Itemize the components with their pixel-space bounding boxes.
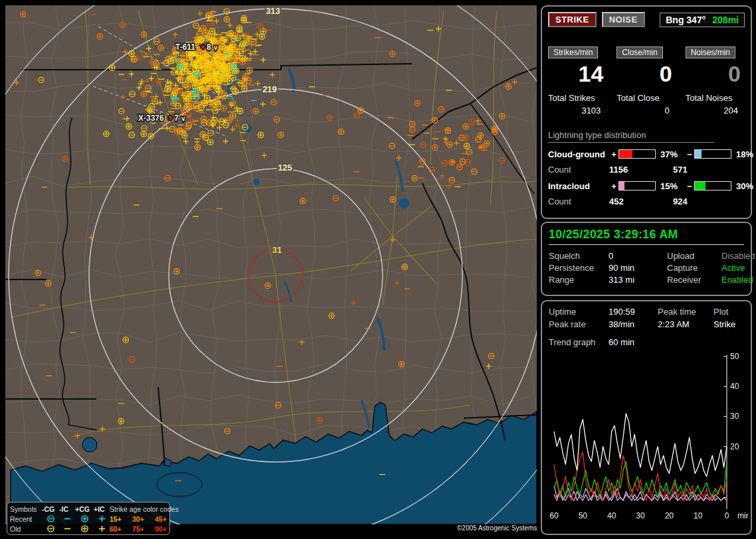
svg-text:+: + [201, 42, 205, 52]
close-per-min-value: 0 [616, 62, 676, 86]
age-90: 90+ [155, 525, 177, 533]
distribution-title: Lightning type distribution [548, 130, 714, 143]
bearing-value: Bng 347° [666, 15, 706, 25]
strike-mode-button[interactable]: STRIKE [548, 12, 597, 27]
plot-label: Plot [713, 307, 744, 317]
plus-icon [94, 524, 110, 533]
svg-text:7: 7 [174, 114, 179, 123]
peaktime-label: Peak time [658, 307, 713, 317]
trend-series-total-strikes [554, 414, 727, 477]
distance-value: 208mi [712, 15, 739, 25]
legend-col-pos-ic: +IC [94, 505, 110, 513]
total-noises-value: 204 [686, 106, 745, 116]
capture-status: Active [721, 263, 755, 273]
strikes-per-min-label: Strikes/min [548, 46, 598, 58]
bearing-readout: Bng 347° 208mi [660, 13, 745, 27]
receiver-label: Receiver [667, 275, 721, 285]
age-75: 75+ [132, 525, 155, 533]
age-30: 30+ [132, 515, 155, 523]
noises-per-min-value: 0 [686, 62, 745, 86]
total-strikes-label: Total Strikes [548, 93, 607, 103]
svg-text:40: 40 [730, 382, 739, 391]
capture-label: Capture [667, 263, 721, 273]
trend-window-value: 60 min [609, 337, 744, 347]
cg-plus-bar [618, 149, 656, 159]
trend-panel: Uptime 190:59 Peak time Plot Peak rate 3… [541, 300, 752, 535]
svg-text:50: 50 [730, 352, 739, 361]
legend-row-old: Old [10, 525, 42, 533]
legend-row-recent: Recent [10, 515, 42, 523]
svg-text:313: 313 [266, 6, 280, 16]
svg-text:50: 50 [579, 511, 588, 520]
persistence-value: 90 min [609, 263, 667, 273]
circle-plus-icon [75, 514, 94, 523]
legend-col-neg-cg: -CG [42, 505, 59, 513]
intracloud-row: Intracloud + 15% − 30% [548, 181, 745, 191]
ic-minus-pct: 30% [733, 181, 756, 191]
uptime-value: 190:59 [609, 307, 658, 317]
cg-minus-bar [694, 149, 731, 159]
squelch-label: Squelch [549, 251, 609, 261]
plus-sign: + [609, 149, 618, 159]
ic-plus-count: 452 [609, 196, 673, 206]
svg-text:30: 30 [730, 412, 739, 421]
cg-minus-count: 571 [673, 165, 739, 175]
ic-plus-bar [618, 181, 656, 191]
minus-icon [59, 524, 75, 533]
symbol-legend: Symbols -CG -IC +CG +IC Strike age color… [7, 502, 170, 535]
svg-text:219: 219 [262, 84, 277, 94]
svg-text:∨: ∨ [213, 44, 218, 51]
legend-age-title: Strike age color codes [110, 505, 177, 513]
receiver-status: Enabled [721, 275, 755, 285]
circle-minus-icon [42, 524, 59, 533]
count-label: Count [548, 165, 609, 175]
svg-text:20: 20 [730, 442, 739, 451]
legend-col-pos-cg: +CG [75, 505, 94, 513]
datetime-display: 10/25/2025 3:29:16 AM [549, 228, 744, 245]
svg-text:T-611: T-611 [175, 42, 195, 52]
svg-text:min: min [737, 511, 748, 520]
total-close-label: Total Close [616, 93, 676, 103]
peaktime-value: 2:23 AM [658, 319, 713, 329]
peakrate-label: Peak rate [549, 319, 609, 329]
plus-sign: + [609, 181, 618, 191]
plot-value: Strike [713, 319, 744, 329]
noises-per-min-label: Noises/min [686, 46, 735, 58]
svg-text:20: 20 [665, 511, 674, 520]
trend-graph-label: Trend graph [549, 337, 609, 347]
close-per-min-column: Close/min 0 Total Close 0 [616, 46, 676, 116]
uptime-label: Uptime [549, 307, 609, 317]
svg-text:31: 31 [272, 245, 282, 255]
cloud-ground-counts: Count 1156 571 [548, 165, 745, 175]
ic-minus-count: 924 [673, 196, 739, 206]
cg-plus-count: 1156 [609, 165, 673, 175]
cg-minus-pct: 18% [733, 149, 756, 159]
svg-text:60: 60 [549, 511, 559, 520]
svg-text:40: 40 [607, 511, 616, 520]
legend-symbols-header: Symbols [10, 505, 42, 513]
range-label: Range [549, 275, 609, 285]
svg-text:8: 8 [207, 42, 211, 52]
intracloud-label: Intracloud [548, 181, 609, 191]
strike-stats-panel: STRIKE NOISE Bng 347° 208mi Strikes/min … [541, 5, 752, 219]
legend-col-neg-ic: -IC [59, 505, 75, 513]
total-noises-label: Total Noises [686, 93, 745, 103]
svg-text:125: 125 [278, 163, 292, 173]
circle-minus-icon [42, 514, 59, 523]
peakrate-value: 38/min [609, 319, 658, 329]
status-panel: 10/25/2025 3:29:16 AM Squelch 0 Upload D… [541, 222, 752, 296]
cloud-ground-row: Cloud-ground + 37% − 18% [548, 149, 745, 159]
age-45: 45+ [155, 515, 177, 523]
copyright-text: ©2005 Astrogenic Systems [457, 524, 537, 532]
svg-text:+: + [168, 114, 173, 123]
strike-map[interactable]: 31321912531 T-611+8∨X-3376+7∨ [5, 5, 537, 524]
minus-sign: − [685, 181, 694, 191]
noise-mode-button[interactable]: NOISE [602, 12, 645, 27]
svg-text:10: 10 [694, 511, 703, 520]
circle-plus-icon [75, 524, 94, 533]
minus-icon [59, 514, 75, 523]
total-close-value: 0 [616, 106, 676, 116]
range-value: 313 mi [609, 275, 667, 285]
cloud-ground-label: Cloud-ground [548, 149, 609, 159]
close-per-min-label: Close/min [616, 46, 662, 58]
